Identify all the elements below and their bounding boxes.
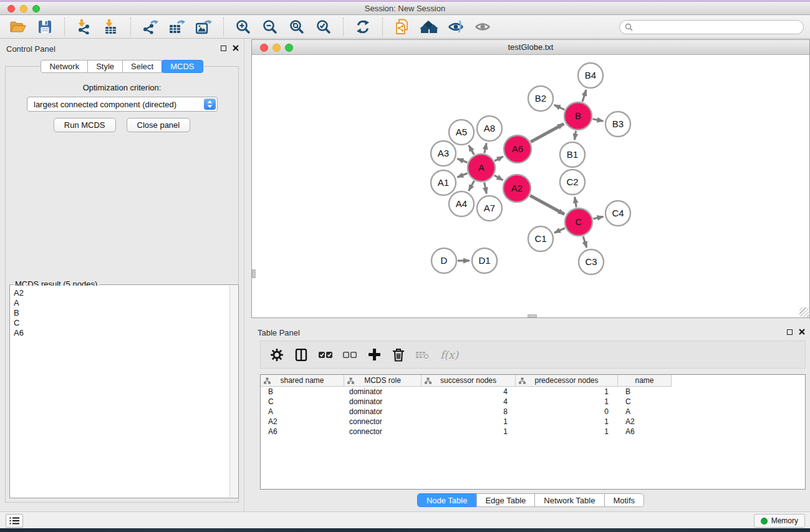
left-scrollbar-thumb[interactable] [252, 269, 256, 278]
tab-motifs[interactable]: Motifs [604, 493, 644, 507]
table-row[interactable]: Adominator80A [261, 407, 805, 417]
graph-node-A6[interactable]: A6 [504, 135, 531, 163]
zoom-selected-icon[interactable] [313, 17, 334, 37]
tab-mcds[interactable]: MCDS [162, 60, 203, 73]
new-network-from-file-icon[interactable] [392, 17, 413, 37]
graph-node-B4[interactable]: B4 [578, 63, 603, 88]
network-window-titlebar[interactable]: testGlobe.txt [252, 40, 809, 55]
graph-node-A8[interactable]: A8 [477, 116, 502, 141]
table-cell[interactable]: A2 [618, 417, 672, 426]
graph-edge-A-A7[interactable] [485, 183, 487, 194]
graph-edge-C-C4[interactable] [593, 216, 603, 219]
graph-node-A1[interactable]: A1 [431, 170, 456, 195]
graph-edge-C-C3[interactable] [583, 236, 587, 248]
table-cell[interactable]: 8 [422, 407, 516, 416]
graph-edge-A-A6[interactable] [494, 157, 503, 161]
graph-edge-B-B2[interactable] [554, 105, 565, 110]
table-cell[interactable]: A2 [261, 417, 344, 426]
table-cell[interactable]: dominator [344, 397, 422, 406]
mcds-result-item[interactable]: A6 [14, 328, 229, 338]
tab-edge-table[interactable]: Edge Table [476, 493, 535, 507]
table-cell[interactable]: A6 [261, 427, 344, 436]
graph-node-C[interactable]: C [565, 208, 592, 236]
mcds-result-item[interactable]: C [14, 318, 229, 328]
export-table-icon[interactable] [166, 17, 188, 37]
mcds-result-item[interactable]: B [14, 308, 229, 318]
table-cell[interactable]: 0 [516, 407, 618, 416]
select-all-rows-icon[interactable] [319, 347, 332, 362]
table-cell[interactable]: C [618, 397, 672, 406]
table-row[interactable]: Bdominator41B [261, 387, 805, 397]
refresh-icon[interactable] [352, 17, 374, 37]
settings-gear-icon[interactable] [270, 347, 284, 362]
column-header-predecessor-nodes[interactable]: predecessor nodes [516, 375, 618, 387]
table-cell[interactable]: 1 [516, 387, 618, 396]
table-cell[interactable]: dominator [344, 387, 422, 396]
search-input[interactable] [636, 21, 803, 34]
deselect-all-rows-icon[interactable] [343, 347, 357, 362]
column-header-name[interactable]: name [618, 375, 672, 387]
graph-node-A4[interactable]: A4 [449, 191, 474, 216]
task-history-button[interactable] [6, 514, 23, 528]
memory-button[interactable]: Memory [754, 514, 805, 528]
table-cell[interactable]: A [261, 407, 344, 416]
tab-network-table[interactable]: Network Table [534, 493, 604, 507]
network-canvas[interactable]: B4B2BB3A5A8A6B1A3AC2A1A2A4A7C4CC1C3DD1 [252, 55, 809, 317]
tab-select[interactable]: Select [122, 60, 162, 73]
float-panel-icon[interactable] [221, 46, 226, 51]
graph-node-D[interactable]: D [432, 248, 456, 273]
column-layout-icon[interactable] [294, 347, 308, 362]
graph-edge-A-A1[interactable] [457, 173, 467, 177]
graph-edge-A2-C[interactable] [530, 195, 564, 214]
graph-node-D1[interactable]: D1 [472, 248, 497, 273]
graph-node-C1[interactable]: C1 [528, 226, 553, 251]
graph-edge-A-A4[interactable] [469, 181, 475, 191]
graph-node-A3[interactable]: A3 [431, 141, 456, 166]
table-cell[interactable]: 1 [422, 417, 516, 426]
table-cell[interactable]: A6 [618, 427, 672, 436]
delete-column-trash-icon[interactable] [392, 347, 405, 362]
run-mcds-button[interactable]: Run MCDS [54, 118, 116, 132]
save-icon[interactable] [34, 17, 55, 37]
graph-edge-A-A2[interactable] [494, 175, 503, 180]
open-icon[interactable] [7, 17, 29, 37]
tab-network[interactable]: Network [41, 60, 88, 73]
criterion-dropdown[interactable]: largest connected component (directed) [27, 97, 218, 112]
table-row[interactable]: Cdominator41C [261, 397, 805, 407]
graph-edge-B-B3[interactable] [593, 119, 604, 121]
table-cell[interactable]: connector [344, 427, 422, 436]
column-header-shared-name[interactable]: shared name [261, 375, 344, 387]
close-panel-icon[interactable] [799, 329, 805, 335]
graph-node-C2[interactable]: C2 [560, 170, 585, 195]
graph-node-A[interactable]: A [468, 154, 495, 181]
node-table[interactable]: shared nameMCDS rolesuccessor nodesprede… [260, 374, 806, 490]
close-panel-button[interactable]: Close panel [127, 118, 191, 132]
network-graph[interactable]: B4B2BB3A5A8A6B1A3AC2A1A2A4A7C4CC1C3DD1 [252, 55, 809, 318]
graph-node-A7[interactable]: A7 [477, 196, 502, 221]
graph-edge-B-B1[interactable] [574, 131, 576, 140]
table-cell[interactable]: A [618, 407, 672, 416]
table-cell[interactable]: 1 [516, 417, 618, 426]
zoom-out-icon[interactable] [259, 17, 281, 37]
table-cell[interactable]: B [261, 387, 344, 396]
graph-edge-A-A5[interactable] [469, 145, 475, 155]
add-column-icon[interactable] [367, 347, 381, 362]
mcds-result-item[interactable]: A2 [14, 288, 229, 298]
table-cell[interactable]: 4 [422, 387, 516, 396]
float-panel-icon[interactable] [787, 329, 793, 335]
mcds-result-list[interactable]: A2ABCA6 [11, 286, 229, 497]
table-cell[interactable]: 1 [516, 397, 618, 406]
table-cell[interactable]: C [261, 397, 344, 406]
graph-node-B[interactable]: B [564, 102, 592, 130]
search-field[interactable] [619, 20, 804, 34]
show-panels-eye-icon[interactable] [472, 17, 493, 37]
column-header-MCDS-role[interactable]: MCDS role [344, 375, 422, 387]
graph-node-B3[interactable]: B3 [605, 112, 630, 137]
zoom-in-icon[interactable] [233, 17, 254, 37]
table-cell[interactable]: 1 [516, 427, 618, 436]
result-scrollbar[interactable] [229, 286, 238, 497]
graph-edge-A6-B[interactable] [531, 123, 564, 142]
table-row[interactable]: A2connector11A2 [261, 417, 805, 427]
graph-edge-B-B4[interactable] [582, 90, 586, 102]
table-cell[interactable]: dominator [344, 407, 422, 416]
